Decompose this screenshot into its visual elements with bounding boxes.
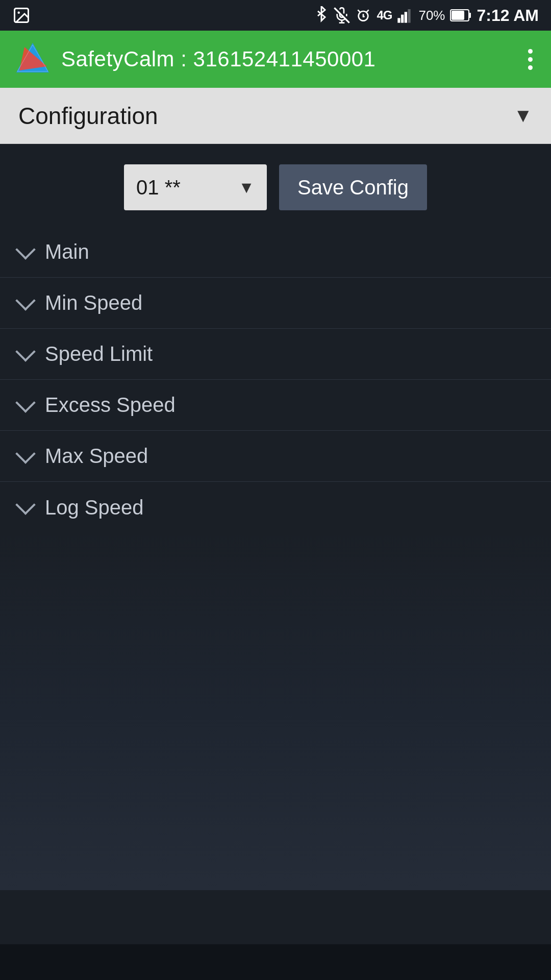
- config-selector-value: 01 **: [136, 176, 181, 199]
- configuration-label: Configuration: [18, 102, 158, 130]
- bluetooth-icon: [314, 6, 329, 24]
- svg-rect-11: [408, 9, 411, 23]
- app-logo: [14, 41, 51, 78]
- svg-rect-10: [405, 12, 407, 22]
- menu-item-speed-limit[interactable]: Speed Limit: [0, 329, 551, 380]
- chevron-down-icon: [18, 396, 33, 415]
- chevron-down-icon: [18, 293, 33, 313]
- svg-line-6: [358, 10, 360, 12]
- menu-item-min-speed[interactable]: Min Speed: [0, 278, 551, 329]
- signal-icon: [397, 6, 413, 24]
- svg-rect-13: [469, 13, 471, 18]
- chevron-down-icon: [18, 345, 33, 364]
- status-time: 7:12 AM: [477, 6, 539, 25]
- svg-rect-14: [452, 11, 464, 20]
- battery-icon: [450, 8, 471, 22]
- menu-list: Main Min Speed Speed Limit Excess Speed …: [0, 227, 551, 533]
- chevron-down-icon: ▼: [513, 105, 533, 127]
- menu-item-main-label: Main: [45, 240, 89, 263]
- svg-rect-9: [401, 15, 404, 23]
- mute-icon: [334, 6, 350, 24]
- menu-item-log-speed[interactable]: Log Speed: [0, 482, 551, 533]
- status-bar: 4G 70% 7:12 AM: [0, 0, 551, 31]
- menu-item-log-speed-label: Log Speed: [45, 496, 144, 519]
- menu-item-min-speed-label: Min Speed: [45, 291, 142, 314]
- bottom-area: [0, 533, 551, 890]
- bottom-nav-bar: [0, 944, 551, 980]
- battery-percentage: 70%: [418, 8, 445, 23]
- nav-back-button[interactable]: [0, 944, 184, 980]
- config-row: 01 ** ▼ Save Config: [0, 156, 551, 227]
- chevron-down-icon: [18, 498, 33, 517]
- more-options-button[interactable]: [524, 45, 537, 74]
- main-content: 01 ** ▼ Save Config Main Min Speed Speed…: [0, 144, 551, 902]
- status-bar-left-icons: [12, 6, 31, 24]
- menu-item-max-speed[interactable]: Max Speed: [0, 431, 551, 482]
- menu-dot-2: [528, 57, 533, 62]
- save-config-label: Save Config: [297, 176, 409, 199]
- nav-home-button[interactable]: [184, 944, 367, 980]
- configuration-dropdown[interactable]: Configuration ▼: [0, 88, 551, 144]
- menu-item-main[interactable]: Main: [0, 227, 551, 278]
- svg-line-7: [367, 10, 369, 12]
- network-icon: 4G: [377, 8, 392, 22]
- menu-dot-3: [528, 65, 533, 70]
- config-selector-dropdown[interactable]: 01 ** ▼: [124, 164, 267, 210]
- menu-item-speed-limit-label: Speed Limit: [45, 342, 153, 365]
- app-title: SafetyCalm : 316152411450001: [61, 47, 375, 71]
- save-config-button[interactable]: Save Config: [279, 164, 427, 210]
- menu-dot-1: [528, 49, 533, 54]
- chevron-down-icon: [18, 242, 33, 262]
- chevron-down-icon: [18, 447, 33, 466]
- menu-item-max-speed-label: Max Speed: [45, 445, 148, 468]
- configuration-section: Configuration ▼: [0, 88, 551, 144]
- app-bar: SafetyCalm : 316152411450001: [0, 31, 551, 88]
- svg-point-1: [18, 12, 20, 14]
- nav-recents-button[interactable]: [367, 944, 551, 980]
- status-bar-right-icons: 4G 70% 7:12 AM: [314, 6, 539, 25]
- app-bar-left: SafetyCalm : 316152411450001: [14, 41, 375, 78]
- chevron-down-icon: ▼: [238, 178, 255, 197]
- menu-item-excess-speed[interactable]: Excess Speed: [0, 380, 551, 431]
- alarm-icon: [355, 6, 371, 24]
- svg-rect-8: [398, 18, 400, 22]
- menu-item-excess-speed-label: Excess Speed: [45, 394, 176, 416]
- image-icon: [12, 6, 31, 24]
